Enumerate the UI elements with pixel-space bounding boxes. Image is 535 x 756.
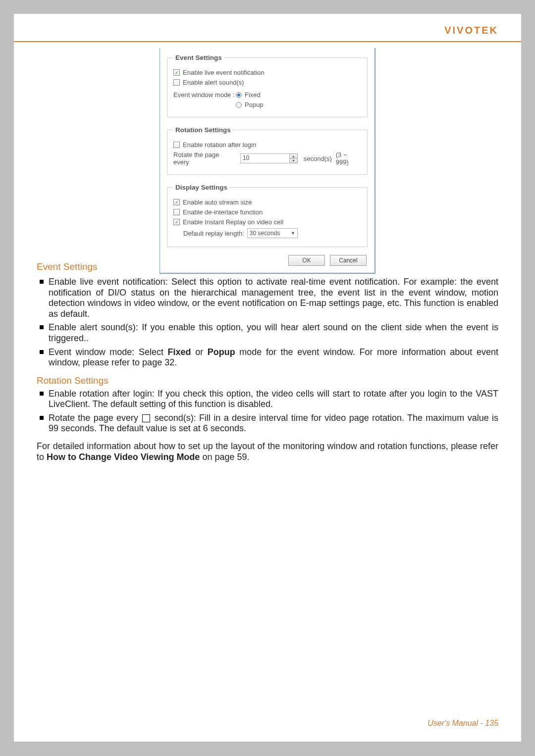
event-mode-popup-radio[interactable] (236, 102, 242, 108)
rotate-unit-label: second(s) (304, 155, 332, 162)
event-window-mode-label: Event window mode : (173, 91, 236, 99)
ok-button[interactable]: OK (288, 255, 325, 266)
inline-box-icon (142, 414, 150, 422)
instant-replay-label: Enable Instant Replay on video cell (183, 218, 283, 226)
replay-length-label: Default replay length: (183, 230, 244, 237)
auto-stream-label: Enable auto stream size (183, 199, 252, 206)
rotation-bullet-1: Enable rotation after login: If you chec… (37, 389, 498, 410)
enable-live-notification-label: Enable live event notification (183, 69, 265, 76)
event-bullet-3: Event window mode: Select Fixed or Popup… (37, 347, 498, 368)
settings-dialog: Event Settings Enable live event notific… (160, 48, 375, 274)
replay-length-value: 30 seconds (250, 230, 280, 237)
rotate-interval-input[interactable]: 10 (240, 153, 290, 163)
enable-rotation-checkbox[interactable] (173, 142, 180, 148)
display-settings-group: Display Settings Enable auto stream size… (167, 184, 368, 247)
instant-replay-checkbox[interactable] (173, 219, 180, 225)
rotation-bullet-2: Rotate the page every second(s): Fill in… (37, 413, 498, 434)
event-settings-legend: Event Settings (173, 54, 224, 61)
auto-stream-checkbox[interactable] (173, 199, 180, 205)
deinterlace-label: Enable de-interlace function (183, 208, 263, 216)
enable-alert-sounds-checkbox[interactable] (173, 79, 180, 86)
deinterlace-checkbox[interactable] (173, 209, 180, 215)
page-header: VIVOTEK (14, 14, 521, 42)
replay-length-select[interactable]: 30 seconds ▼ (247, 228, 298, 238)
reference-paragraph: For detailed information about how to se… (37, 441, 498, 462)
rotate-every-label: Rotate the page every (173, 151, 235, 166)
page-footer: User's Manual - 135 (428, 719, 498, 728)
rotation-settings-group: Rotation Settings Enable rotation after … (167, 126, 368, 175)
event-bullet-1: Enable live event notification: Select t… (37, 277, 498, 319)
rotate-range-label: (3 ~ 999) (336, 151, 361, 166)
brand-logo: VIVOTEK (444, 25, 498, 36)
enable-live-notification-checkbox[interactable] (173, 69, 180, 76)
event-settings-group: Event Settings Enable live event notific… (167, 54, 368, 117)
dropdown-arrow-icon: ▼ (291, 231, 295, 236)
event-bullet-2: Enable alert sound(s): If you enable thi… (37, 322, 498, 344)
event-mode-popup-label: Popup (245, 101, 264, 108)
rotation-settings-heading: Rotation Settings (37, 375, 498, 387)
rotate-interval-spinner[interactable]: ▲ ▼ (290, 153, 298, 163)
spin-down-icon[interactable]: ▼ (290, 159, 297, 163)
cancel-button[interactable]: Cancel (330, 255, 367, 266)
display-settings-legend: Display Settings (173, 184, 229, 191)
event-mode-fixed-radio[interactable] (236, 92, 242, 98)
event-settings-heading: Event Settings (37, 261, 98, 272)
event-mode-fixed-label: Fixed (245, 91, 261, 99)
spin-up-icon[interactable]: ▲ (290, 154, 297, 159)
enable-rotation-label: Enable rotation after login (183, 141, 256, 149)
enable-alert-sounds-label: Enable alert sound(s) (183, 79, 244, 86)
rotation-settings-legend: Rotation Settings (173, 126, 233, 134)
